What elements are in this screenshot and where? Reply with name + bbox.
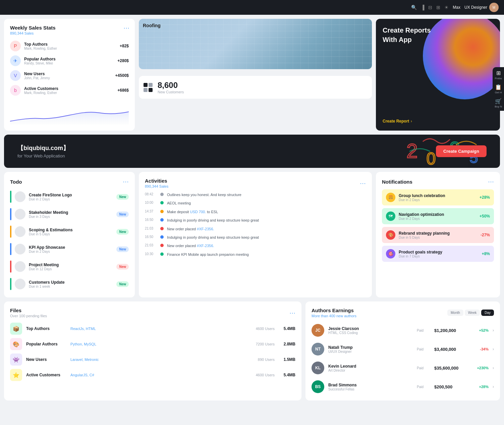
weekly-sales-subtitle: 890,344 Sales xyxy=(10,31,129,35)
notif-info-3: Rebrand strategy planning Due in 5 Days xyxy=(399,231,477,239)
todo-info-3: Scoping & Estimations Due in 5 Days xyxy=(29,228,113,236)
stats-list: P Top Authors Mark, Rowling, Esther +82$… xyxy=(10,41,129,96)
activity-time-3: 14:37 xyxy=(145,209,157,213)
author-change-4: +28% xyxy=(472,385,489,389)
activity-link-7[interactable]: #XF-2356. xyxy=(197,244,214,248)
cust-icon-gray1 xyxy=(149,83,153,87)
todo-due-1: Due in 2 Days xyxy=(29,197,113,201)
author-arrow-1[interactable]: › xyxy=(493,328,494,333)
author-arrow-3[interactable]: › xyxy=(493,366,494,370)
battery-icon: ▐ xyxy=(421,5,424,10)
sidebar-right-item-1[interactable]: ⊞ Prebu xyxy=(495,70,502,80)
top-authors-value: +82$ xyxy=(120,44,129,48)
notif-icon-4: 🎯 xyxy=(386,249,395,258)
top-authors-info: Top Authors Mark, Rowling, Esther xyxy=(24,42,116,50)
period-week-button[interactable]: Week xyxy=(465,310,480,316)
cust-icon-dark1 xyxy=(144,83,148,87)
activity-dot-5 xyxy=(160,227,164,230)
author-role-3: Art Director xyxy=(328,369,413,372)
todo-item-2: Stakeholder Meeting Due in 3 Days New xyxy=(10,207,129,222)
notif-icon-2: 🗺 xyxy=(386,211,395,221)
files-menu[interactable]: ⋯ xyxy=(289,309,295,317)
sidebar-right-label-3: Buy N xyxy=(495,105,502,108)
file-name-1: Top Authors xyxy=(26,326,66,331)
notif-due-2: Due in 2 Days xyxy=(399,217,476,221)
author-name-3: Kevin Leonard xyxy=(328,364,413,369)
sidebar-right-label-2: Get H xyxy=(495,91,502,94)
todo-menu[interactable]: ⋯ xyxy=(123,178,129,185)
sales-chart xyxy=(10,101,129,125)
activity-4: 16:50 Indulging in poorly driving and ke… xyxy=(145,218,366,223)
todo-name-2: Stakeholder Meeting xyxy=(29,210,113,215)
file-icon-2: 🎨 xyxy=(10,338,22,350)
author-role-4: Successful Fellas xyxy=(328,387,413,391)
todo-name-1: Create FireStone Logo xyxy=(29,193,113,197)
activities-card: Activities 890,344 Sales ⋯ 08:42 Outline… xyxy=(139,172,372,297)
activity-8: 10:30 Finance KPI Mobile app launch prep… xyxy=(145,252,366,257)
activities-title: Activities xyxy=(145,178,168,184)
row-4: Files Over 100 pending files ⋯ 📦 Top Aut… xyxy=(4,301,500,400)
activity-link-3[interactable]: USD 700. xyxy=(190,210,206,214)
activity-dot-6 xyxy=(160,235,164,239)
author-arrow-4[interactable]: › xyxy=(493,384,494,389)
svg-text:2: 2 xyxy=(406,140,417,162)
file-icon-4: ⭐ xyxy=(10,369,22,381)
search-icon[interactable]: 🔍 xyxy=(411,5,417,10)
notif-due-3: Due in 5 Days xyxy=(399,236,477,239)
author-info-3: Kevin Leonard Art Director xyxy=(328,364,413,372)
user-profile[interactable]: Max UX Designer M xyxy=(453,3,499,12)
campaign-title: 【biqubiqu.com】 xyxy=(17,144,69,152)
avatar[interactable]: M xyxy=(489,3,499,12)
create-report-link[interactable]: Create Report xyxy=(383,119,409,124)
notif-item-1: 🍔 Group lunch celebration Due in 2 Days … xyxy=(382,189,494,205)
notif-value-1: +28% xyxy=(480,195,490,200)
period-month-button[interactable]: Month xyxy=(447,310,463,316)
todo-due-4: Due in 2 Days xyxy=(29,250,113,253)
author-amount-3: $35,600,000 xyxy=(434,366,468,371)
weekly-sales-menu[interactable]: ⋯ xyxy=(123,24,129,32)
active-customers-desc: Mark, Rowling, Esther xyxy=(24,91,114,95)
activity-3: 14:37 Make deposit USD 700. to ESL xyxy=(145,209,366,215)
author-arrow-2[interactable]: › xyxy=(493,347,494,351)
sidebar-right-item-2[interactable]: 📋 Get H xyxy=(495,84,502,94)
customers-number: 8,600 xyxy=(158,81,184,90)
row-1: Weekly Sales Stats 890,344 Sales ⋯ P Top… xyxy=(4,19,500,131)
author-avatar-4: BS xyxy=(312,380,324,393)
period-day-button[interactable]: Day xyxy=(481,310,494,316)
todo-item-3: Scoping & Estimations Due in 5 Days New xyxy=(10,224,129,239)
author-name-2: Natali Trump xyxy=(328,345,413,350)
notif-info-4: Product goals strategy Due in 7 Days xyxy=(399,250,479,258)
create-campaign-button[interactable]: Create Campaign xyxy=(436,145,487,157)
todo-bar-1 xyxy=(10,191,11,203)
sidebar-right-item-3[interactable]: 🛒 Buy N xyxy=(495,98,502,108)
activity-dot-2 xyxy=(160,201,164,204)
notif-list: 🍔 Group lunch celebration Due in 2 Days … xyxy=(382,189,494,262)
todo-info-5: Project Meeting Due in 12 Days xyxy=(29,263,113,271)
file-users-2: 7200 Users xyxy=(248,342,275,346)
stat-active-customers: b Active Customers Mark, Rowling, Esther… xyxy=(10,85,129,96)
todo-due-5: Due in 12 Days xyxy=(29,267,113,271)
file-icon-3: 👾 xyxy=(10,353,22,366)
activity-link-5[interactable]: #XF-2356. xyxy=(197,227,214,231)
todo-due-6: Due in 1 week xyxy=(29,285,113,288)
author-role-2: UI/UX Designer xyxy=(328,350,413,353)
todo-badge-2: New xyxy=(116,211,129,217)
authors-header: Authors Earnings More than 400 new autho… xyxy=(312,308,494,318)
author-info-2: Natali Trump UI/UX Designer xyxy=(328,345,413,353)
notif-item-4: 🎯 Product goals strategy Due in 7 Days +… xyxy=(382,246,494,262)
notifications-menu[interactable]: ⋯ xyxy=(488,178,494,185)
roofing-image: Roofing xyxy=(139,19,372,69)
new-users-desc: John, Pat, Jimmy xyxy=(24,76,112,80)
author-paid-label-1: Paid xyxy=(417,329,430,332)
activities-menu[interactable]: ⋯ xyxy=(360,180,366,187)
activity-text-7: New order placed #XF-2356. xyxy=(167,243,366,248)
authors-earnings-card: Authors Earnings More than 400 new autho… xyxy=(305,301,500,400)
notif-title-3: Rebrand strategy planning xyxy=(399,231,477,236)
reports-card: Create ReportsWith App Create Report › xyxy=(376,19,500,131)
file-icon-1: 📦 xyxy=(10,323,22,335)
todo-name-6: Customers Update xyxy=(29,280,113,285)
activity-time-6: 16:50 xyxy=(145,235,157,239)
todo-badge-5: New xyxy=(116,264,129,270)
activity-text-2: AEOL meeting xyxy=(167,201,366,206)
todo-item-1: Create FireStone Logo Due in 2 Days New xyxy=(10,189,129,204)
